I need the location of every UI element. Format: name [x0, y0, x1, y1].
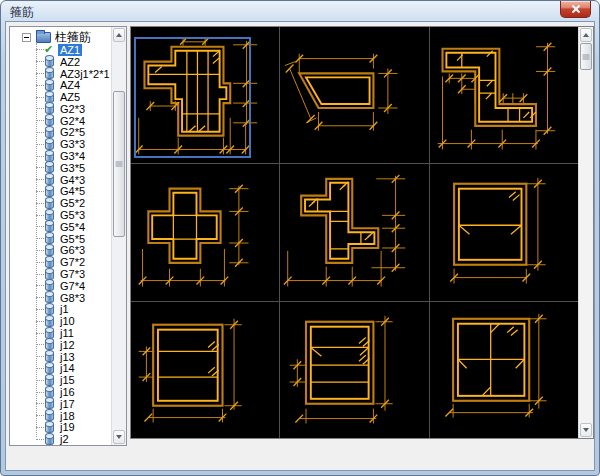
- tree-scroll-down-button[interactable]: [113, 430, 125, 444]
- cad-thumbnail-3[interactable]: [430, 27, 578, 163]
- rebar-item-icon: [45, 115, 54, 126]
- rebar-item-icon: [45, 434, 54, 445]
- close-button[interactable]: [560, 1, 591, 18]
- cad-scroll-up-button[interactable]: [580, 28, 592, 42]
- tree-connector-stub: [36, 309, 44, 310]
- tree-item[interactable]: ✔ G3*3: [10, 138, 110, 150]
- tree-item-label: AZ1: [58, 44, 82, 56]
- check-icon: ✔: [44, 44, 56, 55]
- tree-connector-stub: [36, 132, 44, 133]
- cad-scrollbar[interactable]: [578, 27, 593, 438]
- tree-connector-stub: [36, 144, 44, 145]
- tree-scroll-thumb[interactable]: [113, 91, 125, 237]
- cad-thumbnail-2[interactable]: [280, 27, 428, 163]
- tree-connector-stub: [36, 226, 44, 227]
- tree-item[interactable]: ✔ G7*3: [10, 268, 110, 280]
- title-bar[interactable]: 箍筋: [1, 1, 599, 21]
- tree-item[interactable]: ✔ G3*4: [10, 150, 110, 162]
- tree-item[interactable]: ✔ G8*3: [10, 292, 110, 304]
- rebar-item-icon: [45, 103, 54, 114]
- tree-item-label: AZ2: [58, 56, 82, 68]
- tree-item-label: j12: [58, 339, 77, 351]
- tree-item[interactable]: ✔ j1: [10, 304, 110, 316]
- stirrup-drawing-1: [131, 27, 279, 163]
- tree-item-label: G5*4: [58, 221, 87, 233]
- rebar-item-icon: [45, 363, 54, 374]
- tree-item-label: G4*5: [58, 185, 87, 197]
- tree-item[interactable]: ✔ j12: [10, 339, 110, 351]
- tree-item-label: j13: [58, 351, 77, 363]
- tree-item-label: G6*3: [58, 244, 87, 256]
- cad-thumbnail-8[interactable]: [280, 302, 428, 438]
- cad-scroll-down-button[interactable]: [580, 423, 592, 437]
- tree-connector-stub: [36, 61, 44, 62]
- tree-item-label: j1: [58, 303, 71, 315]
- cad-scroll-thumb[interactable]: [580, 43, 592, 70]
- folder-icon: [36, 32, 51, 43]
- tree-item[interactable]: ✔ G6*3: [10, 245, 110, 257]
- tree-connector-stub: [36, 262, 44, 263]
- tree-connector-stub: [36, 108, 44, 109]
- tree-item[interactable]: ✔ G5*2: [10, 197, 110, 209]
- tree-connector-stub: [36, 380, 44, 381]
- tree-item[interactable]: ✔ G5*5: [10, 233, 110, 245]
- tree-item-label: G7*2: [58, 256, 87, 268]
- cad-thumbnail-7[interactable]: [131, 302, 279, 438]
- tree-item[interactable]: ✔ j15: [10, 374, 110, 386]
- tree-item-label: G4*3: [58, 174, 87, 186]
- tree-connector-stub: [36, 73, 44, 74]
- tree-item[interactable]: ✔ j19: [10, 422, 110, 434]
- tree-item[interactable]: ✔ j2: [10, 433, 110, 445]
- tree-item[interactable]: ✔ G7*4: [10, 280, 110, 292]
- tree-item-label: AZ5: [58, 91, 82, 103]
- tree-item-label: G7*3: [58, 268, 87, 280]
- stirrup-drawing-5: [280, 164, 428, 300]
- stirrup-drawing-4: [131, 164, 279, 300]
- collapse-minus-icon[interactable]: [22, 33, 31, 42]
- rebar-item-icon: [45, 351, 54, 362]
- tree-connector-stub: [36, 321, 44, 322]
- tree-item[interactable]: ✔ G2*3: [10, 103, 110, 115]
- cad-thumbnail-5[interactable]: [280, 164, 428, 300]
- tree-item[interactable]: ✔ G2*5: [10, 127, 110, 139]
- tree-item[interactable]: ✔ j16: [10, 386, 110, 398]
- tree-item[interactable]: ✔ G5*3: [10, 209, 110, 221]
- cad-thumbnail-6[interactable]: [430, 164, 578, 300]
- tree-item[interactable]: ✔ j17: [10, 398, 110, 410]
- tree-item-label: G5*5: [58, 233, 87, 245]
- tree-item[interactable]: ✔ G4*3: [10, 174, 110, 186]
- rebar-item-icon: [45, 198, 54, 209]
- dialog-client-area: 柱箍筋 ✔ AZ1 ✔ AZ2 ✔ AZ3j1*2*1 ✔ AZ4 ✔ AZ5 …: [5, 21, 595, 471]
- tree-item[interactable]: ✔ G3*5: [10, 162, 110, 174]
- tree-item[interactable]: ✔ j11: [10, 327, 110, 339]
- tree-item[interactable]: ✔ AZ1: [10, 44, 110, 56]
- tree-item-label: G8*3: [58, 292, 87, 304]
- tree-item[interactable]: ✔ j18: [10, 410, 110, 422]
- tree-item[interactable]: ✔ AZ4: [10, 79, 110, 91]
- tree-connector-stub: [36, 439, 44, 440]
- tree-item[interactable]: ✔ AZ3j1*2*1: [10, 68, 110, 80]
- tree-item[interactable]: ✔ j13: [10, 351, 110, 363]
- rebar-item-icon: [45, 257, 54, 268]
- cad-thumbnail-4[interactable]: [131, 164, 279, 300]
- tree-item[interactable]: ✔ j10: [10, 315, 110, 327]
- tree-item[interactable]: ✔ G7*2: [10, 256, 110, 268]
- cad-thumbnail-1[interactable]: [131, 27, 279, 163]
- tree-item-label: j17: [58, 398, 77, 410]
- tree-scroll-up-button[interactable]: [113, 28, 125, 42]
- tree-item-label: G3*3: [58, 138, 87, 150]
- tree-item[interactable]: ✔ AZ2: [10, 56, 110, 68]
- tree-item[interactable]: ✔ G5*4: [10, 221, 110, 233]
- tree-item[interactable]: ✔ G2*4: [10, 115, 110, 127]
- rebar-item-icon: [45, 398, 54, 409]
- window-title: 箍筋: [10, 4, 34, 21]
- tree-item[interactable]: ✔ G4*5: [10, 186, 110, 198]
- tree-item-list: ✔ AZ1 ✔ AZ2 ✔ AZ3j1*2*1 ✔ AZ4 ✔ AZ5 ✔ G2…: [10, 44, 110, 445]
- tree-scrollbar[interactable]: [111, 27, 126, 445]
- tree-root-node[interactable]: 柱箍筋: [10, 30, 110, 44]
- tree-item-label: G2*3: [58, 103, 87, 115]
- tree-item[interactable]: ✔ j14: [10, 363, 110, 375]
- cad-thumbnail-9[interactable]: [430, 302, 578, 438]
- tree-item[interactable]: ✔ AZ5: [10, 91, 110, 103]
- tree-item-label: j19: [58, 421, 77, 433]
